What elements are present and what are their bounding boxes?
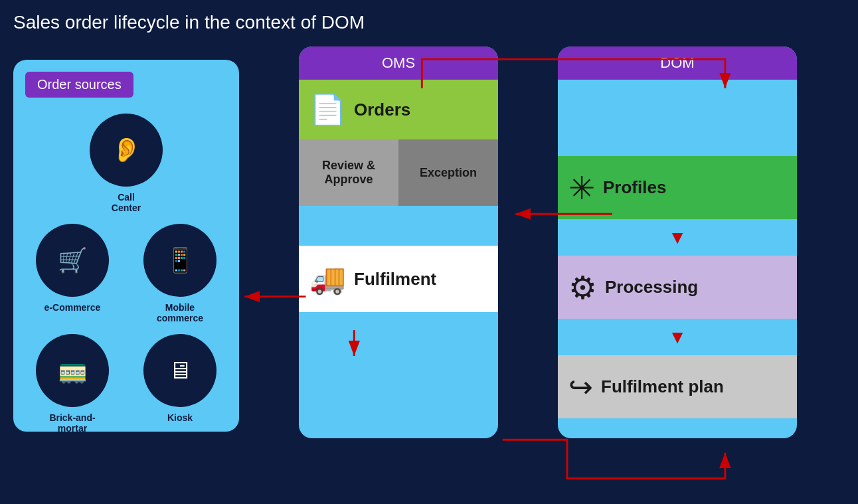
dom-header: DOM <box>558 46 797 80</box>
oms-middle-section: Review &Approve Exception <box>299 139 498 206</box>
oms-exception-section: Exception <box>398 139 498 206</box>
dom-box: DOM ✳ Profiles ▼ ⚙ Processing ▼ ↪ Fulfil… <box>558 46 797 438</box>
oms-gap <box>299 206 498 246</box>
review-approve-label: Review &Approve <box>322 159 375 187</box>
down-arrow-icon2: ▼ <box>668 327 687 348</box>
brick-mortar-icon: 🚃 <box>36 334 109 407</box>
mobile-commerce-label: Mobilecommerce <box>157 302 203 323</box>
dom-gap2: ▼ <box>558 219 797 256</box>
list-item: 📱 Mobilecommerce <box>131 224 228 323</box>
oms-orders-section: 📄 Orders <box>299 80 498 139</box>
mobile-commerce-icon: 📱 <box>143 224 216 297</box>
dom-profiles-section: ✳ Profiles <box>558 156 797 219</box>
page-title: Sales order lifecycle in the context of … <box>0 0 858 40</box>
brick-mortar-label: Brick-and-mortar <box>49 412 95 434</box>
oms-review-section: Review &Approve <box>299 139 398 206</box>
fulfilment-icon: 🚚 <box>309 262 346 296</box>
fulfilment-label: Fulfilment <box>354 269 436 290</box>
call-center-icon: 👂 <box>90 114 163 187</box>
oms-header: OMS <box>299 46 498 80</box>
oms-fulfilment-section: 🚚 Fulfilment <box>299 246 498 312</box>
profiles-icon: ✳ <box>568 169 595 207</box>
ecommerce-label: e-Commerce <box>44 302 101 313</box>
processing-label: Processing <box>605 277 698 297</box>
fulfilment-plan-label: Fulfilment plan <box>601 377 724 397</box>
down-arrow-icon: ▼ <box>668 227 687 248</box>
profiles-label: Profiles <box>603 177 666 198</box>
oms-box: OMS 📄 Orders Review &Approve Exception 🚚… <box>299 46 498 438</box>
list-item: 🖥 Kiosk <box>131 334 228 434</box>
orders-label: Orders <box>354 100 410 120</box>
dom-processing-section: ⚙ Processing <box>558 256 797 319</box>
dom-gap3: ▼ <box>558 319 797 355</box>
kiosk-label: Kiosk <box>167 412 193 423</box>
list-item: 👂 CallCenter <box>90 114 163 213</box>
dom-fulfilment-plan-section: ↪ Fulfilment plan <box>558 355 797 418</box>
fulfilment-plan-icon: ↪ <box>568 370 593 404</box>
processing-icon: ⚙ <box>568 269 597 306</box>
order-sources-box: Order sources 👂 CallCenter 🛒 e-Commerce … <box>13 60 239 432</box>
kiosk-icon: 🖥 <box>143 334 216 407</box>
orders-icon: 📄 <box>309 92 346 127</box>
list-item: 🚃 Brick-and-mortar <box>24 334 121 434</box>
call-center-label: CallCenter <box>112 192 141 213</box>
list-item: 🛒 e-Commerce <box>24 224 121 323</box>
dom-top-gap <box>558 80 797 116</box>
order-sources-label: Order sources <box>25 72 133 98</box>
ecommerce-icon: 🛒 <box>36 224 109 297</box>
exception-label: Exception <box>420 166 477 180</box>
